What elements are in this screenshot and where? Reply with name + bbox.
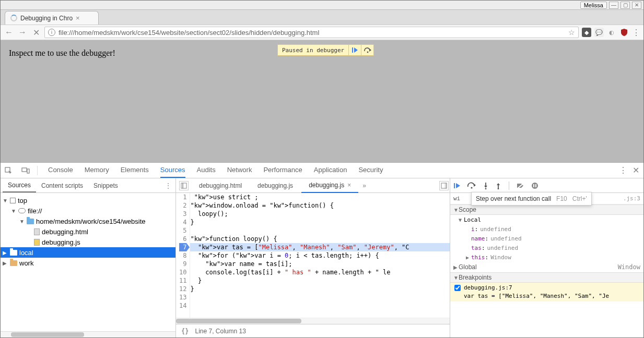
navigator-tab[interactable]: Snippets <box>88 179 123 192</box>
breakpoint-code-preview: var tas = ["Melissa", "Manesh", "Sam", "… <box>450 293 643 301</box>
tree-label: work <box>19 259 33 267</box>
tree-folder[interactable]: ▼ home/medskm/work/cse154/website <box>1 216 175 226</box>
cloud-icon <box>18 208 26 213</box>
js-file-icon <box>34 239 40 246</box>
step-over-button-overlay[interactable] <box>361 45 373 55</box>
window-minimize-button[interactable]: — <box>609 2 618 9</box>
browser-menu-button[interactable]: ⋮ <box>632 28 640 38</box>
devtools-tab-memory[interactable]: Memory <box>85 163 109 178</box>
sidebar-scrollbar[interactable] <box>1 331 175 337</box>
tree-folder-work[interactable]: ▶ work <box>1 258 175 268</box>
svg-rect-0 <box>352 47 353 53</box>
bookmark-star-icon[interactable]: ☆ <box>568 28 575 37</box>
pause-on-exceptions-button[interactable] <box>531 182 538 189</box>
tree-file[interactable]: debugging.js <box>1 237 175 247</box>
debugger-controls: Step over next function call F10 Ctrl+' <box>450 178 643 193</box>
element-picker-icon[interactable] <box>3 167 14 174</box>
navigator-tab[interactable]: Sources <box>3 179 36 192</box>
tree-origin[interactable]: ▼ file:// <box>1 206 175 216</box>
stop-reload-button[interactable]: ✕ <box>31 28 41 38</box>
editor-tab[interactable]: debugging.js <box>250 178 300 193</box>
svg-rect-9 <box>183 183 186 188</box>
devtools-tab-network[interactable]: Network <box>227 163 252 178</box>
scope-variable[interactable]: tas:undefined <box>456 243 643 252</box>
folder-icon <box>27 219 34 224</box>
step-out-button[interactable] <box>495 182 501 189</box>
svg-marker-17 <box>484 186 487 188</box>
breakpoints-section-header[interactable]: ▼Breakpoints <box>450 272 643 283</box>
page-viewport: Inspect me to use the debugger! Paused i… <box>1 40 643 162</box>
step-over-tooltip: Step over next function call F10 Ctrl+' <box>471 192 592 206</box>
devtools-tab-console[interactable]: Console <box>48 163 73 178</box>
extension-icon[interactable]: 💬 <box>594 28 604 37</box>
tab-close-button[interactable]: × <box>76 14 80 22</box>
tooltip-text: Step over next function call <box>476 195 551 202</box>
scope-this[interactable]: ▶this:Window <box>456 252 643 262</box>
devtools-tab-sources[interactable]: Sources <box>160 163 185 178</box>
svg-point-3 <box>367 52 368 53</box>
devtools-top-bar: ConsoleMemoryElementsSourcesAuditsNetwor… <box>1 163 643 178</box>
forward-button[interactable]: → <box>17 28 28 37</box>
svg-rect-25 <box>533 184 534 187</box>
nav-files-icon[interactable] <box>179 181 189 190</box>
devtools-menu-button[interactable]: ⋮ <box>619 165 627 175</box>
resume-button[interactable] <box>453 182 461 189</box>
code-editor[interactable]: 1234567891011121314 "kw">use strict ;"kw… <box>176 193 450 318</box>
frame-icon <box>10 198 16 203</box>
svg-point-21 <box>498 188 499 189</box>
devtools-tab-performance[interactable]: Performance <box>263 163 302 178</box>
devtools-tab-audits[interactable]: Audits <box>197 163 216 178</box>
address-bar[interactable]: i file:///home/medskm/work/cse154/websit… <box>44 27 579 38</box>
scope-variable[interactable]: i:undefined <box>456 224 643 234</box>
breakpoint-item[interactable]: debugging.js:7 var tas = ["Melissa", "Ma… <box>450 283 643 301</box>
devtools-tab-application[interactable]: Application <box>314 163 347 178</box>
breakpoint-checkbox[interactable] <box>454 285 461 291</box>
tree-label: local <box>19 249 33 257</box>
editor-tab[interactable]: debugging.html <box>192 178 249 193</box>
tree-label: debugging.js <box>42 238 80 246</box>
tree-top-frame[interactable]: ▼ top <box>1 195 175 206</box>
ublock-extension-icon[interactable] <box>619 28 629 37</box>
editor-tab-active[interactable]: debugging.js× <box>301 178 358 193</box>
scope-local-header[interactable]: ▼Local <box>456 215 643 224</box>
site-info-icon[interactable]: i <box>48 29 55 36</box>
step-over-button[interactable] <box>467 182 476 189</box>
extension-icon[interactable]: ◐ <box>607 28 616 37</box>
window-maximize-button[interactable]: ▢ <box>620 2 630 9</box>
devtools-panel-tabs: ConsoleMemoryElementsSourcesAuditsNetwor… <box>48 163 383 178</box>
back-button[interactable]: ← <box>4 28 14 37</box>
devtools-close-button[interactable]: ✕ <box>633 165 639 175</box>
pretty-print-button[interactable]: {} <box>181 328 189 335</box>
close-icon[interactable]: × <box>347 182 351 189</box>
svg-rect-7 <box>27 169 29 173</box>
line-gutter[interactable]: 1234567891011121314 <box>176 193 190 318</box>
resume-button-overlay[interactable] <box>348 45 361 55</box>
more-tabs-button[interactable]: » <box>359 182 369 189</box>
extension-icon[interactable]: ◆ <box>582 28 591 37</box>
tree-label: debugging.html <box>42 228 88 236</box>
deactivate-breakpoints-button[interactable] <box>517 182 525 189</box>
devtools-tab-security[interactable]: Security <box>358 163 383 178</box>
browser-tab[interactable]: Debugging in Chro × <box>5 11 99 25</box>
scope-global-header[interactable]: ▶Global Window <box>450 262 643 272</box>
tree-folder-local[interactable]: ▶ local <box>1 247 175 258</box>
devtools-tab-elements[interactable]: Elements <box>121 163 149 178</box>
toggle-panel-icon[interactable] <box>439 181 449 190</box>
navigator-menu-button[interactable]: ⋮ <box>123 182 173 189</box>
tree-label: file:// <box>28 207 42 215</box>
step-into-button[interactable] <box>483 182 489 189</box>
browser-tab-strip: Debugging in Chro × <box>1 10 643 25</box>
navigator-tab[interactable]: Content scripts <box>36 179 88 192</box>
scope-section-header[interactable]: ▼Scope <box>450 204 643 215</box>
code-content[interactable]: "kw">use strict ;"kw">window.onload = "k… <box>190 193 450 318</box>
file-tree[interactable]: ▼ top ▼ file:// ▼ home/medskm/work/cse15… <box>1 193 175 331</box>
url-text: file:///home/medskm/work/cse154/website/… <box>58 29 565 37</box>
device-toolbar-icon[interactable] <box>19 167 32 174</box>
svg-marker-20 <box>497 183 500 185</box>
window-close-button[interactable]: ✕ <box>632 2 641 9</box>
editor-scrollbar[interactable] <box>176 318 450 324</box>
scope-variable[interactable]: name:undefined <box>456 234 643 243</box>
tree-file[interactable]: debugging.html <box>1 226 175 237</box>
folder-icon <box>10 250 17 256</box>
editor-status-bar: {} Line 7, Column 13 <box>176 324 450 337</box>
